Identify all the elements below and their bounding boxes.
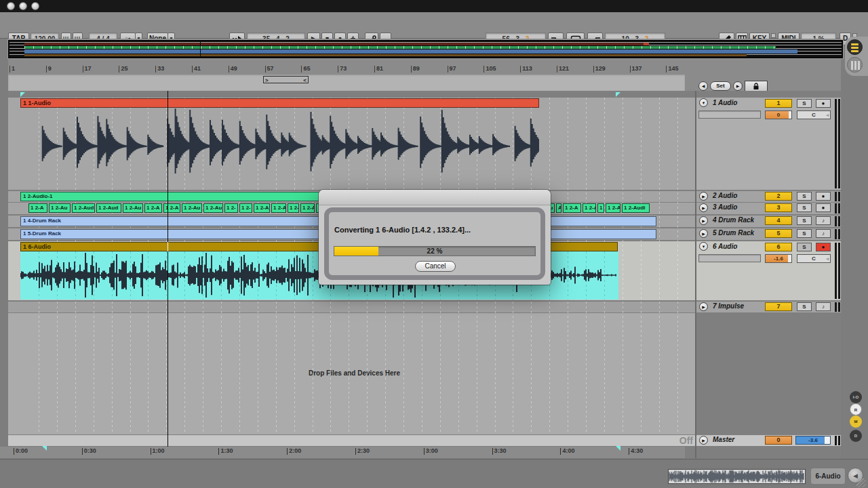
solo-button[interactable]: S bbox=[797, 99, 812, 108]
bar-number[interactable]: 33 bbox=[155, 66, 164, 73]
arm-button[interactable]: ● bbox=[816, 203, 831, 212]
minimize-button[interactable] bbox=[19, 2, 27, 10]
time-ruler[interactable]: 0:000:301:001:302:002:303:003:304:004:30 bbox=[0, 447, 685, 458]
session-view-toggle[interactable] bbox=[847, 57, 863, 73]
audio-clip-small[interactable]: 1 2-Audi bbox=[622, 203, 650, 213]
track-name[interactable]: Master bbox=[713, 436, 734, 443]
audio-clip-small[interactable]: 1 2-Aud bbox=[72, 203, 95, 213]
cue-volume-field[interactable]: -3.6 bbox=[795, 436, 831, 445]
close-button[interactable] bbox=[7, 2, 15, 10]
audio-clip-small[interactable]: 1 2-A bbox=[606, 203, 620, 213]
track-info-box[interactable] bbox=[698, 110, 761, 119]
fold-button[interactable]: ▶ bbox=[699, 203, 708, 212]
audio-clip-small[interactable]: 1 2-A bbox=[254, 203, 270, 213]
track-activator[interactable]: 7 bbox=[765, 302, 792, 311]
audio-clip-small[interactable]: 1 2-Au bbox=[123, 203, 143, 213]
pan-field[interactable]: C◂ bbox=[797, 110, 831, 119]
fold-button[interactable]: ▶ bbox=[699, 192, 708, 201]
bar-ruler[interactable]: 1917253341495765738189971051131211291371… bbox=[0, 64, 685, 74]
bar-number[interactable]: 25 bbox=[119, 66, 127, 73]
track-header-3[interactable]: ▶ 3 Audio 3 S ● bbox=[696, 203, 841, 214]
bar-number[interactable]: 97 bbox=[448, 66, 456, 73]
delay-section-toggle[interactable]: D bbox=[850, 430, 862, 442]
io-section-toggle[interactable]: I·O bbox=[850, 391, 862, 403]
track-header-6[interactable]: ▼ 6 Audio 6 S ● -1.6 C◂ bbox=[696, 241, 841, 300]
volume-field[interactable]: 0 bbox=[765, 110, 792, 119]
clip-preview-box[interactable] bbox=[668, 469, 806, 484]
master-volume-field[interactable]: 0 bbox=[765, 436, 792, 445]
bar-number[interactable]: 41 bbox=[192, 66, 201, 73]
audio-clip-small[interactable]: 1 2- bbox=[288, 203, 299, 213]
track-header-2[interactable]: ▶ 2 Audio 2 S ● bbox=[696, 191, 841, 202]
arm-button[interactable]: ♪ bbox=[816, 229, 831, 238]
loop-lock-button[interactable] bbox=[745, 81, 768, 92]
track-name[interactable]: 4 Drum Rack bbox=[713, 216, 754, 224]
audio-clip-small[interactable]: 1 2-A bbox=[271, 203, 286, 213]
bar-number[interactable]: 113 bbox=[520, 66, 532, 73]
bar-number[interactable]: 73 bbox=[338, 66, 347, 73]
resize-grip[interactable] bbox=[856, 479, 866, 487]
time-label[interactable]: 4:00 bbox=[560, 448, 574, 455]
time-label[interactable]: 1:30 bbox=[218, 448, 233, 455]
audio-clip-small[interactable]: 1 2-A bbox=[28, 203, 47, 213]
solo-button[interactable]: S bbox=[797, 192, 812, 201]
audio-clip-small[interactable]: 1 2-A bbox=[583, 203, 596, 213]
track-activator[interactable]: 3 bbox=[765, 203, 792, 212]
bar-number[interactable]: 9 bbox=[46, 66, 52, 73]
returns-section-toggle[interactable]: R bbox=[850, 403, 862, 415]
bar-number[interactable]: 49 bbox=[229, 66, 237, 73]
bar-number[interactable]: 1 bbox=[9, 66, 15, 73]
time-label[interactable]: 3:00 bbox=[424, 448, 438, 455]
track-name[interactable]: 7 Impulse bbox=[713, 302, 744, 310]
time-label[interactable]: 0:30 bbox=[82, 448, 96, 455]
solo-button[interactable]: S bbox=[797, 302, 812, 311]
loop-end-handle[interactable]: < bbox=[303, 77, 307, 83]
pan-field[interactable]: C◂ bbox=[797, 254, 831, 263]
zoom-button[interactable] bbox=[31, 2, 39, 10]
time-label[interactable]: 1:00 bbox=[151, 448, 165, 455]
track-header-1[interactable]: ▼ 1 Audio 1 S ● 0 C◂ bbox=[696, 98, 841, 190]
set-locator-button[interactable]: Set bbox=[710, 81, 731, 91]
audio-clip-small[interactable]: 1 2-Au bbox=[49, 203, 71, 213]
audio-clip-small[interactable]: 1 bbox=[597, 203, 604, 213]
fold-button[interactable]: ▶ bbox=[699, 216, 708, 225]
audio-clip-small[interactable]: A bbox=[556, 203, 561, 213]
bar-number[interactable]: 57 bbox=[265, 66, 274, 73]
time-label[interactable]: 0:00 bbox=[14, 448, 28, 455]
arm-button[interactable]: ♪ bbox=[816, 302, 831, 311]
solo-button[interactable]: S bbox=[797, 229, 812, 238]
track-name[interactable]: 3 Audio bbox=[713, 203, 737, 211]
track-activator[interactable]: 5 bbox=[765, 229, 792, 238]
master-lane[interactable]: Off bbox=[8, 435, 695, 446]
track-activator[interactable]: 2 bbox=[765, 192, 792, 201]
arm-button[interactable]: ● bbox=[816, 243, 831, 251]
arm-button[interactable]: ● bbox=[816, 192, 831, 201]
audio-clip-small[interactable]: 1 2-Au bbox=[203, 203, 223, 213]
bar-number[interactable]: 17 bbox=[83, 66, 92, 73]
track-header-5[interactable]: ▶ 5 Drum Rack 5 S ♪ bbox=[696, 228, 841, 240]
track-activator[interactable]: 6 bbox=[765, 243, 792, 251]
audio-clip-small[interactable]: 1 2-Au bbox=[182, 203, 202, 213]
volume-field[interactable]: -1.6 bbox=[765, 254, 792, 263]
bar-number[interactable]: 89 bbox=[411, 66, 420, 73]
arrangement-view-toggle[interactable] bbox=[847, 39, 863, 55]
mixer-section-toggle[interactable]: M bbox=[850, 415, 862, 428]
bar-number[interactable]: 137 bbox=[630, 66, 642, 73]
time-label[interactable]: 2:30 bbox=[355, 448, 370, 455]
fold-button[interactable]: ▼ bbox=[699, 98, 708, 107]
track-activator[interactable]: 4 bbox=[765, 216, 792, 225]
track-name[interactable]: 1 Audio bbox=[713, 99, 737, 106]
time-label[interactable]: 2:00 bbox=[287, 448, 301, 455]
track-header-4[interactable]: ▶ 4 Drum Rack 4 S ♪ bbox=[696, 216, 841, 227]
bar-number[interactable]: 81 bbox=[374, 66, 383, 73]
solo-button[interactable]: S bbox=[797, 243, 812, 251]
fold-button[interactable]: ▶ bbox=[699, 302, 708, 311]
track-name[interactable]: 2 Audio bbox=[713, 192, 737, 199]
time-label[interactable]: 4:30 bbox=[629, 448, 643, 455]
prev-locator-button[interactable]: ◀ bbox=[698, 81, 708, 91]
scrub-area[interactable]: > < bbox=[8, 75, 685, 91]
arm-button[interactable]: ♪ bbox=[816, 216, 831, 225]
track-header-7[interactable]: ▶ 7 Impulse 7 S ♪ bbox=[696, 302, 841, 312]
master-track-header[interactable]: ▶ Master 0 -3.6 bbox=[696, 435, 841, 446]
loop-start-handle[interactable]: > bbox=[265, 77, 269, 83]
